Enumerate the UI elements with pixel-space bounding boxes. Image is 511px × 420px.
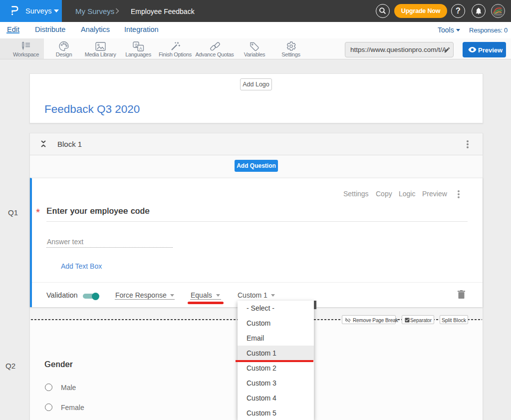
svg-text:A: A xyxy=(139,46,142,51)
